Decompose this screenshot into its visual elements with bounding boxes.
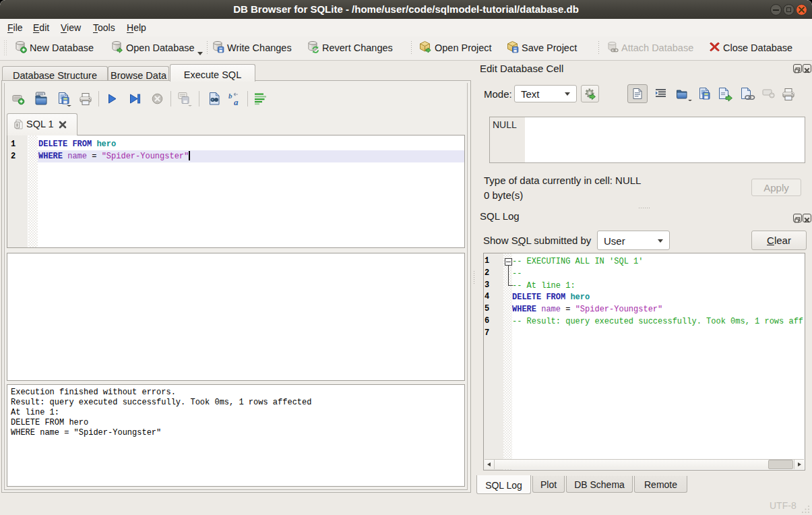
svg-text:b: b	[228, 92, 232, 100]
svg-text:a: a	[234, 97, 239, 107]
